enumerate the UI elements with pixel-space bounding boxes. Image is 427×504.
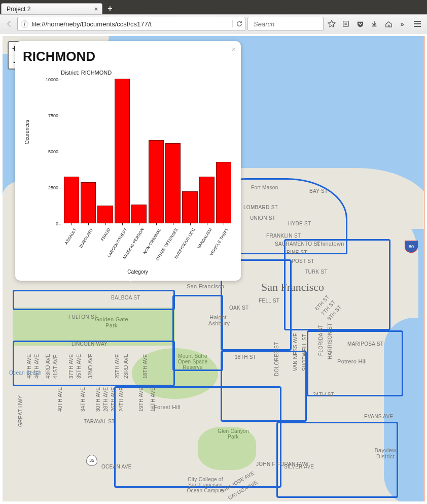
map-label: FLORIDA ST — [318, 325, 324, 356]
map-label: 37TH AVE — [68, 354, 74, 379]
map-label: 24TH AVE — [119, 387, 124, 412]
chart-ytick: 7500 — [44, 113, 58, 118]
chart-bar — [216, 162, 231, 223]
map-label: MARIPOSA ST — [347, 341, 383, 347]
map-label: GREAT HWY — [18, 395, 23, 427]
map-poi: Chinatown — [316, 241, 344, 247]
map-poi: Bayview District — [370, 447, 401, 459]
pocket-icon[interactable] — [354, 18, 366, 30]
bar-chart: Ocurences ASSAULTBURGLARYFRAUDLARCENY/TH… — [42, 78, 233, 230]
map-label: SACRAMENTO ST — [275, 241, 321, 247]
tab-title: Project 2 — [7, 6, 30, 13]
map-label: VAN NESS AVE — [293, 333, 298, 371]
chart-bar — [81, 182, 96, 223]
hamburger-menu-icon[interactable] — [411, 17, 424, 30]
back-button[interactable] — [3, 18, 15, 30]
chart-bar — [64, 177, 79, 223]
popup-title: RICHMOND — [23, 49, 233, 64]
downloads-icon[interactable] — [368, 18, 380, 30]
map-poi: Golden Gate Park — [91, 316, 132, 328]
map-label: 24TH ST — [313, 392, 334, 397]
map-label: DOLORES ST — [274, 342, 279, 376]
chart-bar — [199, 177, 215, 223]
map-label: 23RD AVE — [123, 354, 129, 379]
leaflet-map[interactable]: San Francisco BAY ST LOMBARD ST UNION ST… — [3, 36, 424, 501]
map-poi: City College of San Francisco Ocean Camp… — [183, 477, 228, 493]
map-label: POST ST — [292, 258, 314, 264]
chart-bar — [97, 206, 113, 223]
chart-bar — [149, 140, 164, 223]
bookmark-star-icon[interactable] — [326, 18, 338, 30]
new-tab-button[interactable]: + — [104, 4, 116, 13]
chart-ytick: 2500 — [44, 185, 58, 190]
page-viewport: San Francisco BAY ST LOMBARD ST UNION ST… — [0, 33, 427, 504]
map-label: BAY ST — [309, 188, 328, 194]
reload-button[interactable] — [232, 20, 243, 27]
map-label: 25TH AVE — [115, 354, 120, 379]
map-label: 30TH AVE — [95, 387, 101, 412]
chart-bar — [115, 79, 130, 223]
browser-toolbar: i » — [0, 14, 427, 33]
chart-bar — [182, 191, 197, 223]
map-label: OAK ST — [229, 305, 248, 311]
map-label: 43RD AVE — [45, 354, 51, 379]
popup-close-icon[interactable]: × — [232, 45, 236, 53]
map-poi: Fort Mason — [251, 185, 278, 190]
chart-ylabel: Ocurences — [24, 120, 30, 144]
map-label: 28TH AVE — [103, 387, 109, 412]
map-label: PINE ST — [287, 250, 307, 255]
route-shield-icon: 35 — [86, 455, 97, 466]
map-label: TURK ST — [305, 269, 328, 275]
url-bar[interactable]: i — [17, 17, 245, 31]
map-label: LOMBARD ST — [243, 205, 278, 210]
map-poi: Potrero Hill — [337, 358, 367, 364]
map-label: 18TH ST — [235, 354, 256, 360]
reading-list-icon[interactable] — [340, 18, 352, 30]
browser-tab[interactable]: Project 2 × — [1, 3, 102, 14]
map-label: TARAVAL ST — [84, 419, 115, 424]
overflow-icon[interactable]: » — [397, 18, 408, 29]
chart-ytick: 10000 — [44, 77, 58, 82]
map-label: 32ND AVE — [88, 354, 93, 379]
map-label: 40TH AVE — [57, 387, 63, 412]
map-label: 18TH AVE — [143, 354, 148, 379]
identity-icon[interactable]: i — [21, 20, 28, 28]
map-label: FELL ST — [259, 298, 279, 304]
map-poi: Ocean Beach — [9, 370, 42, 376]
map-poi: Forest Hill — [154, 404, 181, 410]
browser-tabstrip: Project 2 × + — [0, 0, 427, 14]
map-label: 34TH AVE — [80, 387, 86, 412]
map-label: UNION ST — [250, 215, 275, 221]
map-label: 41ST AVE — [53, 354, 58, 379]
map-poi: San Francisco — [187, 283, 224, 289]
url-input[interactable] — [31, 20, 229, 28]
chart-ytick: 0 — [44, 221, 58, 226]
map-label: HARRISON ST — [327, 323, 333, 359]
chart-title: District: RICHMOND — [61, 70, 233, 76]
map-label: SHOTWELL ST — [302, 334, 307, 372]
map-label: OCEAN AVE — [101, 464, 132, 469]
map-label: BALBOA ST — [111, 295, 140, 300]
map-label: FRANKLIN ST — [266, 233, 301, 239]
map-popup: × RICHMOND District: RICHMOND Ocurences … — [15, 41, 241, 281]
map-label: HYDE ST — [288, 221, 311, 226]
home-icon[interactable] — [382, 18, 395, 30]
scrollbar[interactable] — [424, 36, 424, 501]
map-poi: Haight-Ashbury — [206, 314, 232, 326]
map-label: JOHN F FORAN FWY — [256, 461, 309, 467]
tab-close-icon[interactable]: × — [94, 6, 98, 13]
map-label: 35TH AVE — [76, 354, 82, 379]
chart-bar — [165, 143, 181, 223]
map-poi: Glen Canyon Park — [213, 428, 254, 440]
map-label: LINCOLN WAY — [72, 341, 108, 347]
map-label: 26TH AVE — [111, 387, 116, 412]
chart-bar — [131, 205, 147, 223]
map-label-city: San Francisco — [261, 281, 324, 294]
chart-xlabel: Category — [42, 269, 233, 275]
map-label: 19TH AVE — [138, 387, 144, 412]
map-label: EVANS AVE — [364, 414, 393, 419]
search-bar[interactable] — [247, 17, 324, 31]
interstate-shield-icon: 80 — [405, 241, 418, 253]
map-poi: Mount Sutro Open Space Reserve — [172, 353, 213, 370]
chart-ytick: 5000 — [44, 149, 58, 154]
